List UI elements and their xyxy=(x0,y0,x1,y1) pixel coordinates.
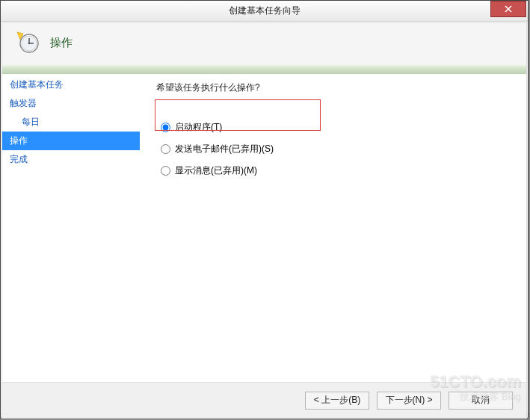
sidebar-item-2[interactable]: 每日 xyxy=(2,113,140,132)
sidebar-item-1[interactable]: 触发器 xyxy=(2,94,140,113)
wizard-header: 操作 xyxy=(2,23,526,65)
question-text: 希望该任务执行什么操作? xyxy=(156,81,519,94)
radio-option-0[interactable]: 启动程序(T) xyxy=(159,117,519,138)
radio-option-2[interactable]: 显示消息(已弃用)(M) xyxy=(159,160,519,182)
radio-option-1[interactable]: 发送电子邮件(已弃用)(S) xyxy=(159,138,519,160)
sidebar-item-0[interactable]: 创建基本任务 xyxy=(2,75,140,94)
radio-group: 启动程序(T)发送电子邮件(已弃用)(S)显示消息(已弃用)(M) xyxy=(159,117,519,182)
cancel-button[interactable]: 取消 xyxy=(449,392,513,410)
radio-label-1: 发送电子邮件(已弃用)(S) xyxy=(175,143,274,155)
radio-input-0[interactable] xyxy=(161,123,170,132)
sidebar: 创建基本任务触发器每日操作完成 xyxy=(2,74,140,382)
back-button[interactable]: < 上一步(B) xyxy=(305,392,369,410)
radio-label-0: 启动程序(T) xyxy=(175,121,222,134)
close-icon xyxy=(505,5,512,13)
sidebar-item-4[interactable]: 完成 xyxy=(2,150,140,169)
radio-input-1[interactable] xyxy=(161,144,170,154)
radio-input-2[interactable] xyxy=(161,166,170,176)
content-area: 操作 创建基本任务触发器每日操作完成 希望该任务执行什么操作? 启动程序(T)发… xyxy=(1,22,527,419)
svg-point-7 xyxy=(28,43,30,44)
footer: < 上一步(B) 下一步(N) > 取消 xyxy=(2,382,526,418)
clock-icon xyxy=(16,31,40,55)
dialog-window: 创建基本任务向导 操作 创建基本任务触发器每日操作完成 希望该任 xyxy=(0,0,529,419)
radio-label-2: 显示消息(已弃用)(M) xyxy=(175,164,257,177)
titlebar-title: 创建基本任务向导 xyxy=(229,4,301,17)
sidebar-item-3[interactable]: 操作 xyxy=(2,132,140,150)
close-button[interactable] xyxy=(490,1,526,17)
wizard-step-title: 操作 xyxy=(50,36,73,50)
body: 创建基本任务触发器每日操作完成 希望该任务执行什么操作? 启动程序(T)发送电子… xyxy=(2,74,526,382)
main-panel: 希望该任务执行什么操作? 启动程序(T)发送电子邮件(已弃用)(S)显示消息(已… xyxy=(140,74,526,382)
next-button[interactable]: 下一步(N) > xyxy=(377,392,441,410)
header-band xyxy=(2,65,526,74)
titlebar: 创建基本任务向导 xyxy=(1,1,528,22)
